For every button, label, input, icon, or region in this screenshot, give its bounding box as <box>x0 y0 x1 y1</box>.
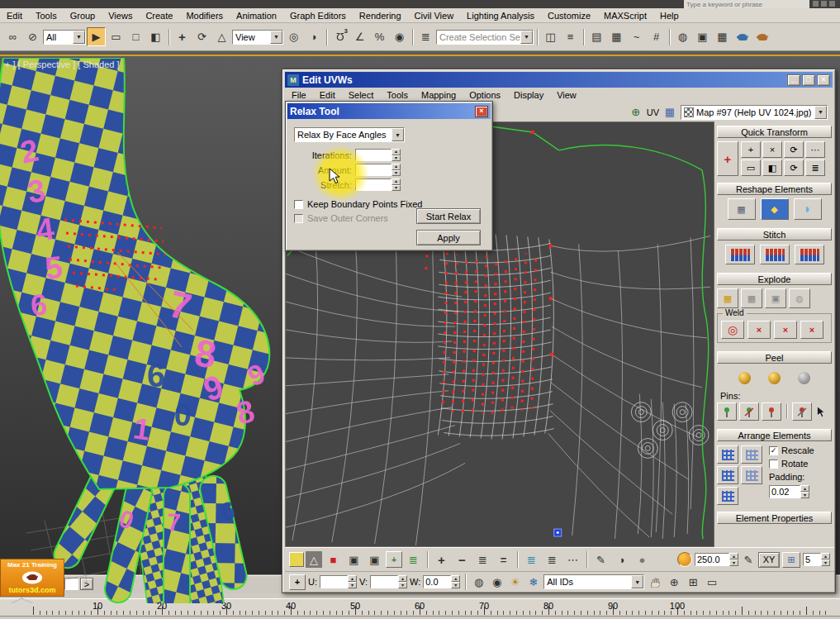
grid-size-spinner[interactable] <box>821 553 830 566</box>
more-dots-icon[interactable]: ⋯ <box>563 550 582 569</box>
select-manipulate-icon[interactable]: ◑ <box>304 27 323 46</box>
quick-peel-button[interactable] <box>733 368 757 388</box>
zoom-extents-icon[interactable]: ▭ <box>704 573 720 592</box>
circle-tool-icon[interactable]: ● <box>633 550 652 569</box>
schematic-view-icon[interactable]: # <box>647 27 666 46</box>
grow-icon[interactable]: + <box>432 550 451 569</box>
explode-header[interactable]: Explode <box>717 273 832 285</box>
stitch-header[interactable]: Stitch <box>717 228 832 240</box>
uvw-menu-options[interactable]: Options <box>463 90 507 100</box>
pack-rescale-button[interactable] <box>717 466 738 484</box>
uvw-menu-mapping[interactable]: Mapping <box>415 90 463 100</box>
pin-all-button[interactable] <box>762 402 781 421</box>
material-id-dropdown[interactable]: All IDs <box>543 574 644 589</box>
apply-button[interactable]: Apply <box>416 230 481 245</box>
stitch-target-button[interactable] <box>795 245 824 264</box>
peel-mode-toggle-button[interactable] <box>763 368 786 388</box>
keep-boundary-checkbox[interactable] <box>294 200 303 209</box>
amount-spinner[interactable] <box>392 164 401 176</box>
percent-snap-icon[interactable]: % <box>370 27 389 46</box>
menu-animation[interactable]: Animation <box>230 11 283 21</box>
explode-element-button[interactable]: ▣ <box>765 288 786 308</box>
unlink-icon[interactable]: ⊘ <box>23 27 42 46</box>
ring-icon[interactable]: = <box>494 550 513 569</box>
edit-pencil-icon[interactable]: ✎ <box>741 550 756 569</box>
menu-group[interactable]: Group <box>64 11 102 21</box>
menu-tools[interactable]: Tools <box>29 11 64 21</box>
menu-graph-editors[interactable]: Graph Editors <box>283 11 353 21</box>
weld-edges-button[interactable]: × <box>800 321 823 339</box>
spinner-snap-icon[interactable]: ◉ <box>390 27 409 46</box>
u-field[interactable] <box>320 575 348 588</box>
menu-help[interactable]: Help <box>653 11 686 21</box>
align-v-icon[interactable]: ≣ <box>543 550 562 569</box>
align-cross-button[interactable]: × <box>762 141 782 158</box>
freeform-pencil-icon[interactable]: ✎ <box>591 550 610 569</box>
relax-title-bar[interactable]: Relax Tool × <box>287 103 491 119</box>
pack-normalize-button[interactable] <box>717 445 738 464</box>
snap-grid-icon[interactable]: ⊞ <box>782 552 800 568</box>
stretch-spinner[interactable] <box>392 179 401 191</box>
rect-region-icon[interactable]: □ <box>126 27 145 46</box>
ribbon-icon[interactable]: ▦ <box>607 27 626 46</box>
shrink-rows-icon[interactable]: ≣ <box>404 550 423 569</box>
mirror-half-icon[interactable]: ◑ <box>612 550 631 569</box>
iterations-spinner[interactable] <box>392 149 401 161</box>
rotate-checkbox[interactable] <box>769 459 778 469</box>
w-spinner[interactable] <box>451 575 460 588</box>
menu-lighting-analysis[interactable]: Lighting Analysis <box>460 11 541 21</box>
dropdown-arrow-icon[interactable] <box>73 31 85 44</box>
explode-face-button[interactable]: ▦ <box>741 288 762 308</box>
minimize-button[interactable]: _ <box>787 74 800 86</box>
snap-toggle-icon[interactable]: Ω3 <box>330 27 349 46</box>
dropdown-arrow-icon[interactable] <box>520 31 533 44</box>
maximize-button[interactable]: □ <box>802 74 815 86</box>
angle-snap-toggle[interactable] <box>677 552 692 567</box>
show-map-icon[interactable]: ⊕ <box>629 105 643 120</box>
align-pivot-button[interactable]: + <box>717 141 738 176</box>
relax-method-dropdown[interactable]: Relax By Face Angles <box>294 127 405 142</box>
relax-close-button[interactable]: × <box>475 106 488 117</box>
rotate-90-cw-button[interactable]: ⟳ <box>784 160 804 176</box>
straighten-selection-button[interactable]: ▦ <box>728 198 756 220</box>
pack-full-button[interactable] <box>717 487 738 505</box>
rotate-90-ccw-button[interactable]: ⟳ <box>784 141 804 158</box>
layer-manager-icon[interactable]: ▤ <box>587 27 606 46</box>
uvw-menu-edit[interactable]: Edit <box>313 90 342 100</box>
scale-icon[interactable]: △ <box>212 27 231 46</box>
uvw-menu-display[interactable]: Display <box>507 90 550 100</box>
rescale-checkbox[interactable]: ✓ <box>769 446 778 455</box>
peel-header[interactable]: Peel <box>717 351 832 364</box>
weld-target-button[interactable]: ◎ <box>721 321 744 339</box>
viewport-label[interactable]: + ] [ Perspective ] [ Shaded ] <box>5 60 120 69</box>
menu-civil-view[interactable]: Civil View <box>408 11 460 21</box>
render-teapot-icon[interactable] <box>733 27 752 46</box>
use-pivot-icon[interactable]: ◎ <box>284 27 303 46</box>
render-production-teapot-icon[interactable] <box>752 27 771 46</box>
checker-pattern-icon[interactable]: ▦ <box>662 105 677 120</box>
dropdown-arrow-icon[interactable] <box>392 128 404 141</box>
soft-selection-icon[interactable] <box>289 552 304 567</box>
menu-customize[interactable]: Customize <box>541 11 597 21</box>
menu-modifiers[interactable]: Modifiers <box>179 11 230 21</box>
menu-maxscript[interactable]: MAXScript <box>597 11 653 21</box>
lock-selection-icon[interactable]: ◉ <box>489 573 505 592</box>
named-selection-icon[interactable]: ≣ <box>416 27 435 46</box>
padding-field[interactable]: 0.02 <box>769 485 800 498</box>
render-setup-icon[interactable]: ▣ <box>693 27 712 46</box>
rendered-frame-icon[interactable]: ▦ <box>713 27 732 46</box>
loop-icon[interactable]: ≣ <box>473 550 492 569</box>
copy-uv-icon[interactable]: ▣ <box>344 550 363 569</box>
absolute-mode-icon[interactable]: + <box>289 574 306 590</box>
window-crossing-icon[interactable]: ◧ <box>146 27 165 46</box>
align-u-icon[interactable]: ≣ <box>522 550 541 569</box>
align-element-button[interactable]: ◧ <box>762 160 782 176</box>
map-texture-dropdown[interactable]: Map #97 (Help UV 1024.jpg) <box>681 105 828 120</box>
show-sphere-icon[interactable]: ◍ <box>471 573 486 592</box>
uvw-menu-tools[interactable]: Tools <box>380 90 415 100</box>
zoom-region-icon[interactable]: ⊞ <box>685 573 701 592</box>
pan-hand-icon[interactable] <box>647 573 663 592</box>
dropdown-arrow-icon[interactable] <box>631 575 643 588</box>
zoom-icon[interactable]: ⊕ <box>666 573 682 592</box>
select-object-icon[interactable]: ▶ <box>87 27 106 46</box>
